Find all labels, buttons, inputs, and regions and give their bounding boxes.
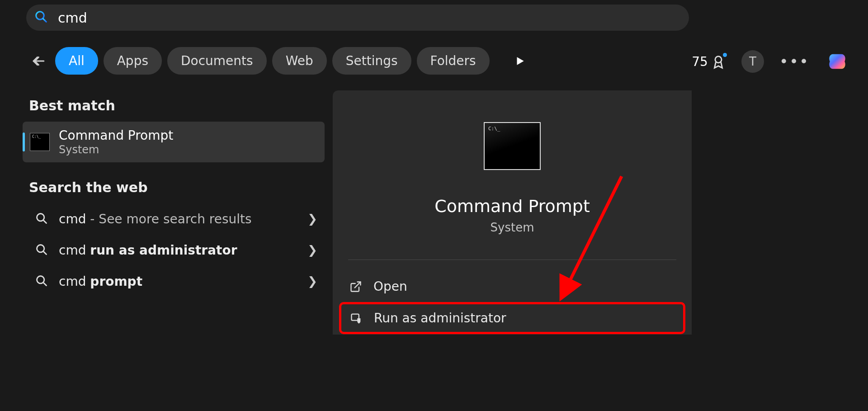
- open-icon: [349, 280, 363, 293]
- search-input[interactable]: [58, 10, 681, 26]
- rewards-icon: [711, 54, 726, 69]
- user-avatar[interactable]: T: [741, 50, 764, 73]
- svg-line-6: [44, 221, 47, 223]
- search-icon: [35, 243, 49, 257]
- results-column: Best match C:\_ Command Prompt System Se…: [23, 98, 325, 297]
- rewards-points: 75: [692, 54, 708, 69]
- command-prompt-large-icon: C:\_: [484, 122, 541, 170]
- details-title: Command Prompt: [434, 196, 590, 216]
- best-match-subtitle: System: [59, 143, 173, 156]
- web-result-text: cmd run as administrator: [59, 243, 297, 258]
- filter-row: All Apps Documents Web Settings Folders …: [29, 47, 693, 75]
- tab-folders[interactable]: Folders: [417, 47, 490, 75]
- web-result-2[interactable]: cmd prompt ❯: [23, 266, 325, 297]
- svg-point-7: [37, 245, 44, 252]
- back-button[interactable]: [29, 52, 47, 70]
- svg-line-1: [43, 19, 46, 22]
- filter-tabs: All Apps Documents Web Settings Folders …: [55, 47, 494, 75]
- best-match-text: Command Prompt System: [59, 128, 173, 156]
- action-run-as-admin[interactable]: Run as administrator: [339, 302, 685, 334]
- chevron-right-icon: ❯: [307, 212, 317, 226]
- svg-point-4: [715, 57, 722, 63]
- web-result-text: cmd prompt: [59, 274, 297, 289]
- svg-line-8: [44, 252, 47, 255]
- best-match-result[interactable]: C:\_ Command Prompt System: [23, 122, 325, 162]
- tab-settings[interactable]: Settings: [332, 47, 411, 75]
- rewards-indicator[interactable]: 75: [692, 54, 726, 69]
- details-actions: Open Run as administrator: [333, 260, 692, 334]
- web-result-text: cmd - See more search results: [59, 212, 297, 227]
- search-icon: [34, 10, 48, 25]
- tab-all[interactable]: All: [55, 47, 98, 75]
- svg-point-5: [37, 214, 44, 221]
- action-open-label: Open: [373, 279, 407, 294]
- details-subtitle: System: [491, 221, 534, 234]
- best-match-title: Command Prompt: [59, 128, 173, 143]
- tab-documents[interactable]: Documents: [167, 47, 267, 75]
- user-initial: T: [749, 55, 756, 68]
- scroll-tabs-right-button[interactable]: [511, 52, 529, 70]
- tab-web[interactable]: Web: [272, 47, 327, 75]
- more-options-button[interactable]: •••: [779, 52, 809, 71]
- chevron-right-icon: ❯: [307, 243, 317, 257]
- svg-line-11: [355, 282, 361, 288]
- web-result-1[interactable]: cmd run as administrator ❯: [23, 235, 325, 266]
- command-prompt-icon: C:\_: [30, 133, 50, 151]
- details-panel: C:\_ Command Prompt System Open Run as a…: [333, 90, 692, 335]
- search-icon: [35, 274, 49, 288]
- search-web-heading: Search the web: [29, 180, 325, 195]
- svg-marker-3: [517, 57, 524, 65]
- search-icon: [35, 212, 49, 226]
- header-right: 75 T •••: [692, 49, 850, 74]
- search-bar: [26, 5, 689, 31]
- best-match-heading: Best match: [29, 98, 325, 113]
- tab-apps[interactable]: Apps: [104, 47, 162, 75]
- copilot-button[interactable]: [825, 49, 850, 74]
- chevron-right-icon: ❯: [307, 274, 317, 288]
- action-run-as-admin-label: Run as administrator: [374, 311, 506, 326]
- svg-line-10: [44, 283, 47, 286]
- web-result-0[interactable]: cmd - See more search results ❯: [23, 203, 325, 235]
- admin-shield-icon: [349, 312, 363, 325]
- action-open[interactable]: Open: [339, 271, 685, 302]
- svg-point-9: [37, 276, 44, 283]
